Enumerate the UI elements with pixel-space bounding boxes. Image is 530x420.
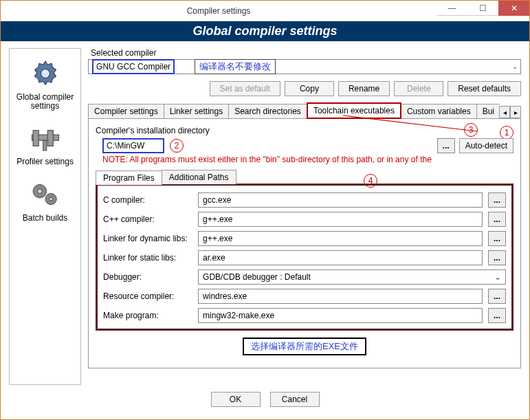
annotation-compiler-name: 编译器名不要修改 <box>195 59 276 74</box>
sidebar: Global compiler settings Profiler settin… <box>9 48 81 385</box>
make-program-label: Make program: <box>103 311 192 320</box>
tab-search-directories[interactable]: Search directories <box>228 104 307 118</box>
sidebar-item-global-compiler[interactable]: Global compiler settings <box>12 53 78 113</box>
maximize-button[interactable]: ☐ <box>467 1 498 16</box>
titlebar: Compiler settings — ☐ ✕ <box>1 1 529 21</box>
gears-icon <box>25 177 66 212</box>
svg-rect-2 <box>33 131 38 146</box>
sidebar-item-label: Global compiler settings <box>14 93 76 111</box>
program-files-box: C compiler: gcc.exe ... C++ compiler: g+… <box>96 184 514 331</box>
linker-static-browse[interactable]: ... <box>488 250 506 265</box>
linker-static-input[interactable]: ar.exe <box>198 250 483 265</box>
c-compiler-input[interactable]: gcc.exe <box>198 192 483 208</box>
tab-scroll-left[interactable]: ◂ <box>499 106 510 118</box>
close-button[interactable]: ✕ <box>498 1 529 16</box>
tab-scroll-right[interactable]: ▸ <box>510 106 521 118</box>
autodetect-button[interactable]: Auto-detect <box>459 138 514 153</box>
cpp-compiler-input[interactable]: g++.exe <box>198 212 483 227</box>
minimize-button[interactable]: — <box>437 1 467 16</box>
cancel-button[interactable]: Cancel <box>270 392 320 407</box>
linker-static-label: Linker for static libs: <box>103 253 192 263</box>
ok-button[interactable]: OK <box>211 392 261 407</box>
svg-rect-3 <box>47 131 53 146</box>
delete-button[interactable]: Delete <box>394 81 443 96</box>
tab-linker-settings[interactable]: Linker settings <box>164 104 229 118</box>
svg-point-6 <box>37 188 42 193</box>
debugger-label: Debugger: <box>103 272 192 282</box>
compiler-select[interactable]: GNU GCC Compiler 编译器名不要修改 ⌄ <box>88 59 521 74</box>
resource-compiler-browse[interactable]: ... <box>488 289 506 304</box>
tab-compiler-settings[interactable]: Compiler settings <box>88 104 164 118</box>
install-dir-input[interactable]: C:\MinGW <box>102 138 164 153</box>
note-path: NOTE: All programs must exist either in … <box>102 155 514 164</box>
sidebar-item-label: Batch builds <box>23 214 67 223</box>
sidebar-item-label: Profiler settings <box>16 157 74 166</box>
cpp-compiler-browse[interactable]: ... <box>488 212 506 227</box>
make-program-input[interactable]: mingw32-make.exe <box>198 308 483 323</box>
content-panel: Selected compiler GNU GCC Compiler 编译器名不… <box>88 48 521 385</box>
rename-button[interactable]: Rename <box>338 81 390 96</box>
tab-build-options[interactable]: Bui <box>476 104 500 118</box>
tab-bar: Compiler settings Linker settings Search… <box>88 102 521 119</box>
window-title: Compiler settings <box>1 6 437 16</box>
svg-point-8 <box>49 197 52 201</box>
c-compiler-browse[interactable]: ... <box>488 192 506 208</box>
annotation-exe-note: 选择编译器所需的EXE文件 <box>243 338 366 355</box>
tab-content: 1 3 4 Compiler's installation directory … <box>88 119 521 368</box>
copy-button[interactable]: Copy <box>285 81 334 96</box>
compiler-value: GNU GCC Compiler <box>92 59 175 74</box>
reset-defaults-button[interactable]: Reset defaults <box>448 81 521 96</box>
caliper-icon <box>25 120 66 156</box>
svg-rect-4 <box>43 141 46 151</box>
browse-dir-button[interactable]: ... <box>437 138 455 153</box>
linker-dynamic-label: Linker for dynamic libs: <box>103 234 192 243</box>
gear-icon <box>25 56 66 91</box>
resource-compiler-input[interactable]: windres.exe <box>198 289 483 304</box>
set-default-button[interactable]: Set as default <box>210 81 280 96</box>
annotation-marker-2: 2 <box>170 139 184 153</box>
resource-compiler-label: Resource compiler: <box>103 291 192 301</box>
sidebar-item-batch[interactable]: Batch builds <box>12 174 78 225</box>
window-controls: — ☐ ✕ <box>437 1 529 21</box>
linker-dynamic-input[interactable]: g++.exe <box>198 231 483 246</box>
banner-title: Global compiler settings <box>1 21 529 41</box>
svg-point-0 <box>41 69 49 78</box>
c-compiler-label: C compiler: <box>103 195 192 205</box>
make-program-browse[interactable]: ... <box>488 308 506 323</box>
tab-custom-variables[interactable]: Custom variables <box>401 104 477 118</box>
tab-toolchain-executables[interactable]: Toolchain executables <box>307 102 401 119</box>
sidebar-item-profiler[interactable]: Profiler settings <box>12 118 78 169</box>
subtab-program-files[interactable]: Program Files <box>96 170 162 185</box>
install-dir-label: Compiler's installation directory <box>96 126 514 135</box>
chevron-down-icon: ⌄ <box>512 63 518 70</box>
debugger-select[interactable]: GDB/CDB debugger : Default <box>198 269 506 285</box>
selected-compiler-label: Selected compiler <box>91 48 521 58</box>
linker-dynamic-browse[interactable]: ... <box>488 231 506 246</box>
subtab-additional-paths[interactable]: Additional Paths <box>162 170 236 184</box>
cpp-compiler-label: C++ compiler: <box>103 214 192 224</box>
